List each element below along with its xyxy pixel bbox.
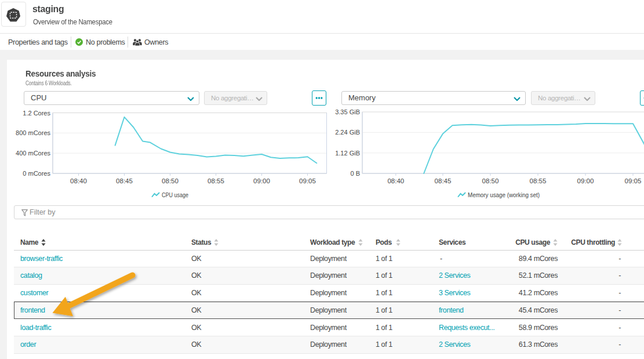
svg-text:08:55: 08:55: [208, 177, 224, 184]
svg-text:09:05: 09:05: [299, 177, 316, 184]
svg-text:400 mCores: 400 mCores: [16, 150, 50, 157]
svg-text:3.35 GiB: 3.35 GiB: [335, 108, 360, 115]
svg-text:08:50: 08:50: [482, 177, 499, 184]
svg-text:08:40: 08:40: [387, 177, 404, 184]
svg-text:1.2 Cores: 1.2 Cores: [23, 110, 50, 117]
svg-text:1.12 GiB: 1.12 GiB: [335, 150, 360, 157]
svg-text:09:05: 09:05: [625, 177, 642, 184]
svg-text:09:00: 09:00: [577, 177, 594, 184]
svg-text:2.24 GiB: 2.24 GiB: [335, 129, 360, 136]
svg-text:800 mCores: 800 mCores: [16, 129, 50, 136]
svg-text:Memory usage (working set): Memory usage (working set): [468, 191, 540, 198]
svg-text:0 B: 0 B: [350, 170, 360, 177]
svg-text:CPU usage: CPU usage: [162, 191, 188, 198]
svg-text:0 mCores: 0 mCores: [23, 170, 50, 177]
svg-text:08:55: 08:55: [530, 177, 547, 184]
svg-text:08:45: 08:45: [435, 177, 452, 184]
svg-text:08:50: 08:50: [162, 177, 179, 184]
svg-text:09:00: 09:00: [253, 177, 270, 184]
svg-text:08:45: 08:45: [116, 177, 133, 184]
svg-text:08:40: 08:40: [70, 177, 87, 184]
